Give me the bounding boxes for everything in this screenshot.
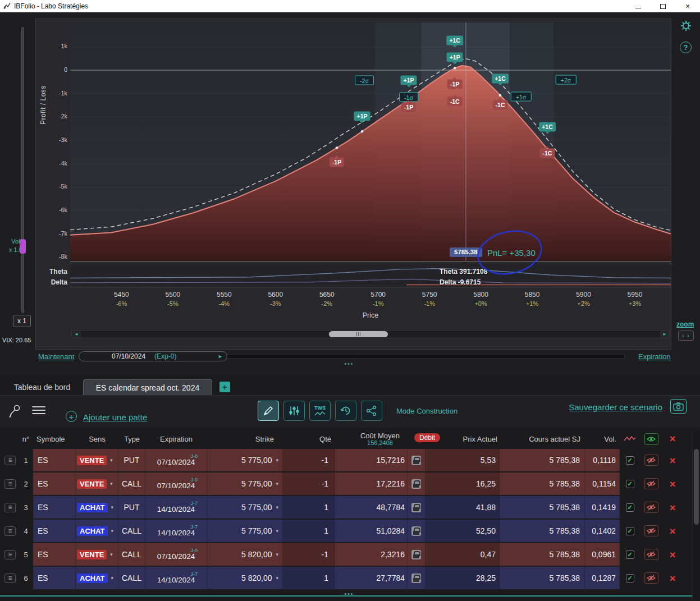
row-checkbox[interactable]: ✓ [626,527,634,535]
row-checkbox[interactable]: ✓ [626,503,634,512]
add-leg-link[interactable]: Ajouter une patte [83,412,147,422]
row-checkbox[interactable]: ✓ [626,550,634,559]
date-slider-track[interactable] [227,355,625,359]
side-cell[interactable]: VENTE▾ [76,472,118,495]
maximize-button[interactable] [651,0,675,12]
drag-handle-icon[interactable]: ≡ [4,574,16,583]
zoom-link[interactable]: zoom [676,320,694,328]
side-badge[interactable]: VENTE [77,456,107,465]
side-cell[interactable]: VENTE▾ [76,543,118,566]
side-badge[interactable]: ACHAT [77,574,108,583]
strike-cell[interactable]: 5 775,00▾ [207,449,283,471]
leg-marker[interactable]: +1C [492,74,509,84]
chevron-down-icon[interactable]: ▾ [276,528,278,534]
close-button[interactable]: × [675,0,700,12]
strike-cell[interactable]: 5 820,00▾ [207,543,283,566]
chevron-down-icon[interactable]: ▾ [276,457,278,463]
vol-reset-button[interactable]: x 1 [13,315,31,327]
now-link[interactable]: Maintenant [38,352,74,361]
menu-icon[interactable] [32,406,45,414]
add-tab-button[interactable]: + [219,382,230,392]
chevron-down-icon[interactable]: ▾ [276,504,278,510]
delete-row-icon[interactable]: × [669,502,675,513]
lock-icon[interactable] [411,503,421,512]
chart-hscrollbar[interactable]: ◄ ► [71,330,670,338]
camera-icon[interactable] [670,399,687,414]
leg-marker[interactable]: +1P [401,76,417,85]
leg-marker[interactable]: +1C [539,122,556,131]
lock-icon[interactable] [411,456,421,465]
eye-slash-icon[interactable] [644,572,658,584]
save-scenario-link[interactable]: Sauvegarder ce scenario [569,402,662,412]
lock-icon[interactable] [411,550,421,559]
tab-es-calendar-spread[interactable]: ES calendar spread oct. 2024 [83,379,212,395]
scroll-right-icon[interactable]: ► [660,331,669,338]
vscroll-thumb[interactable] [694,449,699,525]
side-badge[interactable]: ACHAT [77,526,108,536]
eye-slash-icon[interactable] [644,549,658,560]
chevron-down-icon[interactable]: ▾ [110,552,113,557]
leg-marker[interactable]: +1P [354,111,370,121]
side-cell[interactable]: VENTE▾ [76,449,118,471]
leg-marker[interactable]: +1P [447,52,463,62]
chevron-down-icon[interactable]: ▾ [111,528,114,534]
leg-marker[interactable]: +1C [446,36,463,45]
strike-cell[interactable]: 5 820,00▾ [207,567,283,589]
sliders-tool-button[interactable] [283,401,305,421]
leg-marker[interactable]: -1P [330,157,344,167]
drag-handle-icon[interactable]: ≡ [4,526,16,536]
share-tool-button[interactable] [361,401,382,421]
expiration-link[interactable]: Expiration [638,352,671,361]
delete-row-icon[interactable]: × [669,479,675,489]
chevron-down-icon[interactable]: ▾ [110,457,113,463]
side-cell[interactable]: ACHAT▾ [76,567,118,589]
zoom-range-button[interactable]: ‹ › [678,331,694,341]
leg-marker[interactable]: -1C [493,100,508,109]
delete-all-icon[interactable]: × [669,433,675,445]
chevron-down-icon[interactable]: ▾ [276,575,278,581]
draw-tool-button[interactable] [258,401,279,421]
vol-slider-track[interactable] [21,27,24,313]
delete-row-icon[interactable]: × [669,526,675,536]
delete-row-icon[interactable]: × [669,455,675,466]
chevron-down-icon[interactable]: ▾ [276,481,278,487]
add-leg-icon[interactable]: + [66,411,77,422]
minimize-button[interactable] [626,0,651,12]
side-cell[interactable]: ACHAT▾ [76,520,118,542]
lock-icon[interactable] [411,526,421,536]
eye-slash-icon[interactable] [644,455,658,466]
history-tool-button[interactable] [335,401,356,421]
row-checkbox[interactable]: ✓ [626,574,634,582]
eye-slash-icon[interactable] [644,525,658,536]
splitter-handle[interactable]: ••• [332,361,366,367]
settings-gear-icon[interactable] [679,19,693,34]
eye-slash-icon[interactable] [644,478,658,489]
chevron-down-icon[interactable]: ▾ [111,504,114,510]
drag-handle-icon[interactable]: ≡ [4,479,16,489]
delete-row-icon[interactable]: × [669,573,675,584]
leg-marker[interactable]: -1P [447,80,462,89]
strike-cell[interactable]: 5 775,00▾ [207,496,283,519]
help-icon[interactable]: ? [680,42,692,53]
chevron-down-icon[interactable]: ▾ [111,575,114,581]
delete-row-icon[interactable]: × [669,549,675,560]
strike-cell[interactable]: 5 775,00▾ [207,472,283,495]
side-badge[interactable]: VENTE [77,550,107,559]
row-checkbox[interactable]: ✓ [626,480,634,488]
drag-handle-icon[interactable]: ≡ [4,503,16,512]
drag-handle-icon[interactable]: ≡ [4,550,16,559]
play-icon[interactable]: ► [218,354,223,359]
chevron-down-icon[interactable]: ▾ [110,481,113,487]
side-badge[interactable]: ACHAT [77,503,108,512]
leg-marker[interactable]: -1C [447,97,463,106]
leg-marker[interactable]: -1P [401,102,416,112]
tws-tool-button[interactable]: TWS [309,401,331,421]
eye-slash-icon[interactable] [644,502,658,513]
side-badge[interactable]: VENTE [77,479,107,489]
date-slider[interactable]: 07/10/2024 (Exp-0) ► [79,351,227,361]
vol-slider-thumb[interactable] [20,239,26,254]
tab-tableau-de-bord[interactable]: Tableau de bord [6,379,79,395]
table-vscrollbar[interactable] [692,430,699,601]
row-checkbox[interactable]: ✓ [626,456,634,465]
eye-icon[interactable] [644,433,658,445]
